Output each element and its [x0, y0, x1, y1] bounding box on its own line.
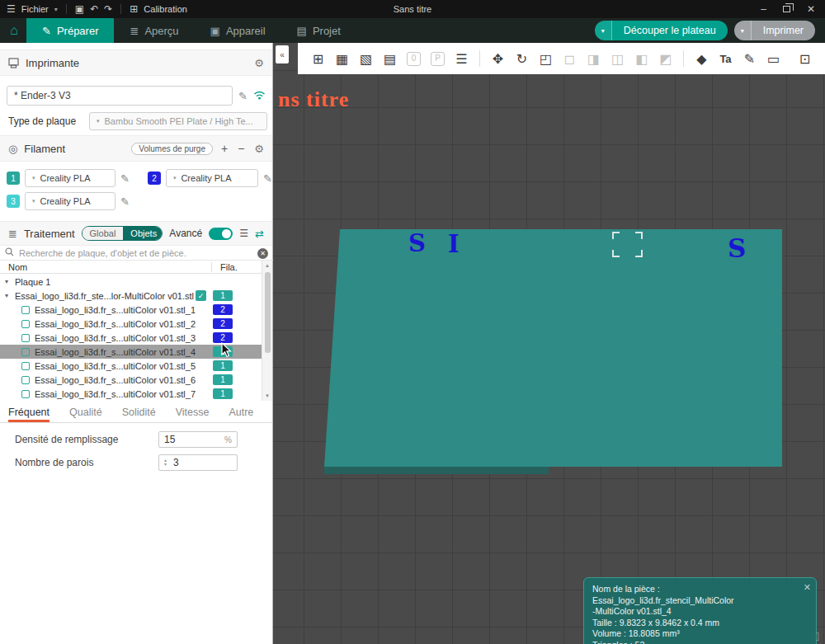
tree-row-plate[interactable]: ▾ Plaque 1 [0, 275, 262, 289]
visibility-checkbox[interactable]: ✓ [196, 290, 206, 301]
chevron-down-icon[interactable]: ▾ [54, 6, 58, 13]
edit-filament-icon[interactable]: ✎ [263, 172, 272, 185]
tree-row[interactable]: Essai_logo_li3d.fr_s...ultiColor v01.stl… [0, 359, 262, 373]
close-button[interactable]: ✕ [807, 3, 815, 15]
restore-button[interactable] [783, 6, 790, 12]
edit-printer-icon[interactable]: ✎ [238, 90, 248, 102]
minimize-button[interactable]: – [761, 3, 766, 15]
scope-toggle[interactable]: Global Objets [82, 226, 163, 241]
tab-project[interactable]: ▤ Projet [281, 18, 356, 43]
printer-select[interactable]: * Ender-3 V3 [7, 86, 233, 106]
scrollbar-thumb[interactable] [265, 272, 271, 353]
close-icon[interactable]: ✕ [804, 582, 811, 594]
build-plate[interactable] [324, 229, 782, 467]
tab-device[interactable]: ▣ Appareil [195, 18, 281, 43]
edit-filament-icon[interactable]: ✎ [120, 195, 130, 208]
clear-search-icon[interactable]: ✕ [257, 248, 268, 259]
save-export-icon[interactable]: ▣ [75, 3, 84, 15]
scope-global[interactable]: Global [82, 227, 124, 240]
advanced-toggle[interactable] [209, 228, 233, 240]
chevron-down-icon[interactable]: ▾ [734, 21, 752, 40]
compare-icon[interactable]: ⇄ [255, 228, 264, 240]
scope-objects[interactable]: Objets [123, 227, 163, 240]
edit-filament-icon[interactable]: ✎ [120, 172, 130, 185]
filament-2-badge[interactable]: 2 [148, 172, 161, 185]
object-list-icon[interactable]: ☰ [450, 51, 474, 67]
scale-icon[interactable]: ◰ [534, 51, 558, 67]
tab-speed[interactable]: Vitesse [176, 407, 210, 422]
stencil-letter[interactable]: S [728, 233, 746, 263]
filament-badge[interactable]: 2 [213, 332, 233, 343]
collapse-panel-button[interactable]: « [276, 45, 289, 63]
tree-row-parent[interactable]: ▾ Essai_logo_li3d.fr_ste...lor-MultiColo… [0, 289, 262, 303]
filament-3-select[interactable]: ▾ Creality PLA [25, 192, 116, 210]
paint-icon[interactable]: ✎ [738, 51, 761, 67]
search-input[interactable] [19, 248, 252, 258]
stencil-letter[interactable]: I [448, 230, 460, 258]
param-list-icon[interactable]: ☰ [239, 228, 248, 239]
filament-badge[interactable]: 1 [213, 360, 233, 371]
filament-badge[interactable]: 1 [213, 374, 233, 385]
filament-badge[interactable]: 1 [213, 388, 233, 399]
add-object-icon[interactable]: ⊞ [306, 51, 330, 67]
redo-icon[interactable]: ↷ [104, 3, 112, 15]
filament-1-badge[interactable]: 1 [7, 172, 20, 185]
tab-quality[interactable]: Qualité [69, 407, 102, 422]
plate-type-select[interactable]: ▾ Bambu Smooth PEI Plate / High Te... [89, 112, 267, 130]
calibration-menu[interactable]: ⊞ Calibration [130, 3, 187, 15]
print-button[interactable]: ▾ Imprimer [734, 21, 815, 40]
home-button[interactable]: ⌂ [2, 18, 26, 43]
tree-row[interactable]: Essai_logo_li3d.fr_s...ultiColor v01.stl… [0, 303, 262, 317]
wall-count-stepper[interactable]: ▴ ▾ [158, 454, 238, 471]
tree-row[interactable]: Essai_logo_li3d.fr_s...ultiColor v01.stl… [0, 317, 262, 331]
tab-strength[interactable]: Solidité [122, 407, 156, 422]
tree-row[interactable]: Essai_logo_li3d.fr_s...ultiColor v01.stl… [0, 331, 262, 345]
sweep-plate-icon[interactable]: ▧ [354, 51, 378, 67]
tooltip-line: Nom de la pièce : Essai_logo_li3d.fr_ste… [592, 584, 798, 606]
tab-preview[interactable]: ≣ Aperçu [114, 18, 194, 43]
tab-frequent[interactable]: Fréquent [8, 407, 50, 422]
tree-row-selected[interactable]: Essai_logo_li3d.fr_s...ultiColor v01.stl… [0, 345, 262, 359]
hamburger-icon[interactable]: ☰ [7, 3, 16, 15]
stencil-letter[interactable]: S [408, 229, 426, 257]
remove-filament-button[interactable]: − [236, 142, 246, 155]
wall-count-input[interactable] [173, 457, 232, 468]
filament-badge[interactable]: 2 [213, 304, 233, 315]
gear-icon[interactable]: ⚙ [254, 57, 264, 69]
purge-volumes-button[interactable]: Volumes de purge [131, 143, 213, 155]
file-menu[interactable]: Fichier [21, 4, 49, 14]
text-tool-icon[interactable]: Ta [714, 53, 738, 65]
filament-3-badge[interactable]: 3 [7, 195, 20, 208]
viewport-3d[interactable]: « ⊞ ▦ ▧ ▤ 0 P ☰ ✥ ↻ ◰ ◻ ◨ ◫ ◧ ◩ ◆ Ta ✎ ▭… [273, 43, 825, 644]
spin-down-icon[interactable]: ▾ [164, 463, 167, 467]
filament-badge[interactable]: 1 [213, 290, 233, 301]
chevron-down-icon[interactable]: ▾ [5, 292, 15, 299]
infill-density-input[interactable] [164, 434, 221, 445]
tab-other[interactable]: Autre [229, 407, 253, 422]
chevron-down-icon[interactable]: ▾ [5, 278, 15, 285]
measure-icon[interactable]: ▭ [761, 51, 785, 67]
exploded-view-icon[interactable]: ⊡ [793, 51, 817, 67]
filament-badge[interactable]: 1 [213, 346, 233, 357]
add-filament-button[interactable]: + [219, 142, 229, 155]
tree-scrollbar[interactable]: ▲ ▼ [262, 261, 272, 401]
scroll-up-icon[interactable]: ▲ [262, 261, 272, 270]
arrange-icon[interactable]: ▦ [330, 51, 354, 67]
rotate-icon[interactable]: ↻ [510, 51, 534, 67]
assembly-icon[interactable]: ◆ [690, 51, 714, 67]
filament-1-select[interactable]: ▾ Creality PLA [25, 169, 116, 187]
slice-plate-button[interactable]: ▾ Découper le plateau [595, 21, 728, 40]
tree-row[interactable]: Essai_logo_li3d.fr_s...ultiColor v01.stl… [0, 373, 262, 387]
plate-settings-icon[interactable]: ▤ [378, 51, 402, 67]
wifi-icon[interactable] [253, 90, 266, 102]
infill-density-field[interactable]: % [158, 431, 238, 448]
tab-prepare[interactable]: ✎ Préparer [26, 18, 114, 43]
undo-icon[interactable]: ↶ [90, 3, 98, 15]
gear-icon[interactable]: ⚙ [254, 143, 264, 155]
tree-row[interactable]: Essai_logo_li3d.fr_s...ultiColor v01.stl… [0, 387, 262, 401]
chevron-down-icon[interactable]: ▾ [595, 21, 612, 40]
scroll-down-icon[interactable]: ▼ [262, 391, 272, 401]
filament-badge[interactable]: 2 [213, 318, 233, 329]
move-icon[interactable]: ✥ [486, 51, 510, 67]
filament-2-select[interactable]: ▾ Creality PLA [166, 169, 258, 187]
